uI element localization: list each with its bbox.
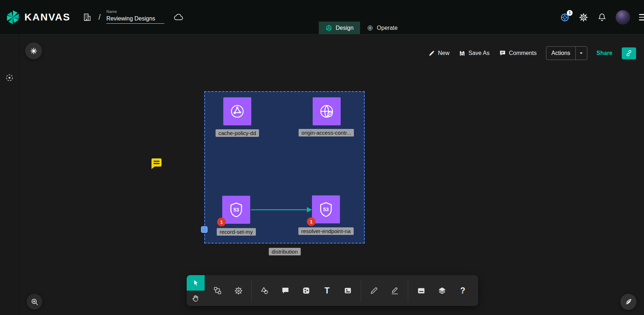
- text-tool-icon: T: [325, 286, 330, 296]
- components-icon: [302, 286, 311, 295]
- actions-button-label: Actions: [551, 50, 570, 56]
- node-cache-policy[interactable]: [223, 97, 251, 125]
- top-bar: KANVAS / Name: [0, 0, 644, 34]
- share-button-label: Share: [597, 50, 612, 56]
- dock-tool-layers[interactable]: [431, 275, 452, 306]
- tab-operate[interactable]: Operate: [360, 22, 404, 34]
- dock-tool-select[interactable]: [187, 275, 205, 291]
- comments-button[interactable]: Comments: [499, 50, 537, 57]
- quick-actions-button[interactable]: [25, 42, 42, 59]
- archive-drawer-icon: [417, 286, 426, 295]
- actions-button[interactable]: Actions: [546, 47, 575, 60]
- spinner-icon[interactable]: [5, 73, 14, 84]
- notification-count-badge: 1: [567, 10, 573, 16]
- new-button-label: New: [438, 50, 449, 56]
- node-resolver-endpoint[interactable]: 53 1: [312, 195, 340, 223]
- layers-icon: [438, 286, 447, 295]
- node-label-resolver-endpoint: resolver-endpoint-na: [298, 227, 354, 235]
- organization-building-icon[interactable]: [83, 13, 92, 22]
- helm-wheel-icon: [234, 286, 243, 295]
- help-icon: ?: [460, 286, 465, 296]
- tab-operate-label: Operate: [377, 25, 398, 31]
- dock-tool-components[interactable]: [296, 275, 317, 306]
- selection-handle[interactable]: [201, 226, 207, 233]
- tab-design-label: Design: [336, 25, 354, 31]
- dock-tool-shapes[interactable]: [254, 275, 275, 306]
- dock-tool-pan[interactable]: [187, 291, 205, 306]
- dock-tool-helm[interactable]: [228, 275, 249, 306]
- whiteboard-pen-button[interactable]: [620, 294, 636, 310]
- dock-tool-import[interactable]: [411, 275, 431, 306]
- link-icon: [625, 50, 633, 57]
- save-icon: [459, 50, 466, 57]
- image-icon: [344, 286, 352, 295]
- share-button[interactable]: Share: [597, 50, 612, 56]
- copy-link-button[interactable]: [622, 47, 636, 59]
- tab-design[interactable]: Design: [319, 22, 360, 34]
- quill-icon: [624, 298, 633, 306]
- tool-dock: T: [187, 275, 478, 306]
- chevron-down-icon: [579, 51, 584, 56]
- top-bar-right: 1: [560, 0, 644, 34]
- zoom-in-icon: [31, 298, 39, 306]
- support-lifebuoy-icon[interactable]: 1: [560, 13, 570, 22]
- dock-group-content: T: [252, 275, 361, 306]
- dock-pointer-column: [187, 275, 205, 306]
- mode-tabs: Design Operate: [319, 22, 404, 34]
- node-label-origin-access: origin-access-contr...: [299, 129, 354, 136]
- dock-tool-image[interactable]: [337, 275, 358, 306]
- left-sidebar: [0, 34, 19, 315]
- node-origin-access-control[interactable]: [313, 97, 341, 125]
- edge-record-set-to-resolver[interactable]: [250, 205, 313, 214]
- comment-pin-icon: [149, 156, 164, 171]
- dock-tool-comment[interactable]: [275, 275, 296, 306]
- settings-gear-icon[interactable]: [579, 13, 588, 22]
- flow-icon: [213, 286, 222, 295]
- menu-icon[interactable]: [639, 14, 644, 20]
- dock-tool-sketch[interactable]: [364, 275, 384, 306]
- design-name-label: Name: [106, 9, 164, 14]
- svg-text:53: 53: [323, 207, 329, 212]
- comment-pin[interactable]: [149, 156, 164, 172]
- hand-icon: [192, 295, 200, 302]
- comments-button-label: Comments: [509, 50, 537, 56]
- route53-resolver-icon: 53: [317, 201, 335, 218]
- breadcrumb-separator: /: [98, 13, 101, 22]
- logo-text: KANVAS: [24, 11, 70, 23]
- comment-tool-icon: [281, 286, 290, 295]
- app-root: KANVAS / Name: [0, 0, 644, 315]
- zoom-in-button[interactable]: [27, 294, 42, 310]
- dock-group-draw: [361, 275, 408, 306]
- design-tab-icon: [325, 24, 332, 32]
- notifications-bell-icon[interactable]: [597, 13, 607, 22]
- save-as-button[interactable]: Save As: [459, 50, 490, 57]
- design-name-input[interactable]: [106, 15, 164, 24]
- dock-group-misc: ?: [408, 275, 476, 306]
- pencil-icon: [370, 286, 378, 295]
- save-as-button-label: Save As: [468, 50, 490, 56]
- canvas-action-bar: New Save As Comments: [428, 46, 636, 60]
- dock-tool-help[interactable]: ?: [452, 275, 473, 306]
- route53-record-set-icon: 53: [228, 201, 245, 218]
- actions-caret-button[interactable]: [575, 47, 587, 60]
- comments-icon: [499, 50, 506, 57]
- new-button[interactable]: New: [428, 50, 449, 57]
- node-label-cache-policy: cache-policy-dd: [215, 129, 259, 137]
- operate-tab-icon: [367, 24, 374, 32]
- actions-dropdown: Actions: [546, 46, 587, 60]
- top-bar-left: KANVAS / Name: [5, 0, 184, 34]
- asterisk-icon: [29, 47, 38, 55]
- user-avatar[interactable]: [616, 10, 630, 24]
- kanvas-logo[interactable]: KANVAS: [5, 9, 70, 25]
- dock-tool-annotate[interactable]: [384, 275, 405, 306]
- node-record-set[interactable]: 53 1: [222, 196, 250, 224]
- node-label-record-set: record-set-my: [217, 228, 256, 236]
- status-badge[interactable]: 1: [307, 217, 316, 226]
- shapes-icon: [260, 286, 269, 295]
- dock-tool-relationships[interactable]: [207, 275, 228, 306]
- cloud-sync-icon[interactable]: [174, 12, 184, 22]
- cloudfront-cache-policy-icon: [229, 103, 246, 120]
- dock-tool-text[interactable]: T: [317, 275, 337, 306]
- pencil-icon: [428, 50, 435, 57]
- status-badge[interactable]: 1: [217, 218, 226, 226]
